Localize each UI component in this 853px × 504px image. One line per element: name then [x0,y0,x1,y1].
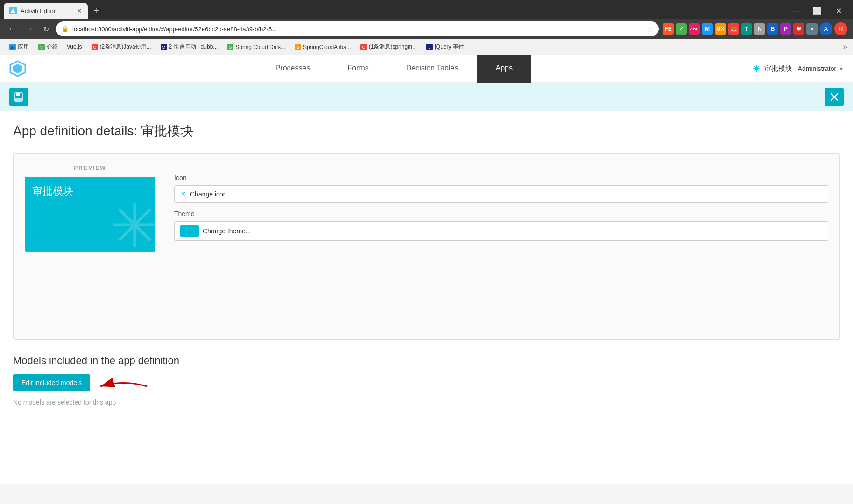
close-button[interactable] [825,88,844,106]
page-title: App definition details: 审批模块 [13,122,840,140]
arrow-annotation [96,377,152,396]
tab-title: Activiti Editor [21,7,73,14]
toolbar [0,83,853,111]
theme-label: Theme [174,210,828,217]
extensions-bar: FE ✓ ABP M OX 🦊 T N B P ❋ » A R [663,22,847,35]
icon-label: Icon [174,174,828,182]
user-avatar2[interactable]: R [834,22,847,35]
bm-alibaba-label: SpringCloudAliba... [303,44,351,50]
bm-jquery[interactable]: J jQuery 事件 [423,42,468,52]
app-logo[interactable] [9,60,26,77]
properties-section: Icon ✳ Change icon... Theme Change theme… [174,165,828,328]
bm-sc-icon: S [227,44,233,50]
new-tab-button[interactable]: + [90,6,103,16]
user-avatar[interactable]: A [819,22,832,35]
bm-java[interactable]: C (2条消息)Java使用... [88,42,155,52]
preview-card-title: 审批模块 [32,184,148,198]
bm-jquery-label: jQuery 事件 [435,43,464,51]
back-button[interactable]: ← [6,22,19,35]
icon-input[interactable]: ✳ Change icon... [174,185,828,203]
bm-spring2-icon: C [360,44,367,50]
icon-input-text: Change icon... [190,190,232,198]
definition-card: PREVIEW 审批模块 ✳ Icon ✳ Change icon... The… [13,153,840,340]
main-content: App definition details: 审批模块 PREVIEW 审批模… [0,111,853,484]
forward-button[interactable]: → [22,22,35,35]
maximize-button[interactable]: ⬜ [806,3,828,19]
icon-input-icon: ✳ [180,189,186,198]
bm-dubbo-icon: M [161,44,167,50]
svg-rect-4 [16,93,20,96]
ext-purple-icon[interactable]: P [780,23,791,35]
bookmark-icon[interactable]: ☆ [647,25,653,34]
theme-input-text: Change theme... [203,227,251,235]
window-close-button[interactable]: ✕ [828,3,849,19]
models-section: Models included in the app definition Ed… [13,355,840,406]
app-navbar: Processes Forms Decision Tables Apps ✳ 审… [0,55,853,83]
reload-button[interactable]: ↻ [39,22,52,35]
url-input[interactable]: 🔒 localhost:8080/activiti-app/editor/#/a… [56,21,659,36]
svg-marker-0 [11,8,15,13]
bookmarks-more-button[interactable]: » [843,42,847,52]
bm-vuejs[interactable]: V 介绍 — Vue.js [35,42,86,52]
preview-card-bg-icon: ✳ [109,196,155,252]
ext-abp-icon[interactable]: ABP [689,23,700,35]
nav-brand: ✳ 审批模块 [753,63,792,74]
page-title-appname: 审批模块 [141,124,193,138]
nav-apps[interactable]: Apps [477,55,531,83]
theme-swatch [180,225,199,237]
bm-dubbo[interactable]: M 2 快速启动 · dubb... [157,42,222,52]
bm-apps-icon: ⊞ [9,44,16,50]
brand-icon: ✳ [753,63,761,74]
bm-sc-label: Spring Cloud Dals... [235,44,285,50]
tab-favicon [9,7,17,14]
preview-section: PREVIEW 审批模块 ✳ [25,165,155,328]
bm-vuejs-icon: V [38,44,45,50]
nav-user-label: Administrator [798,65,836,72]
tab-close-button[interactable]: ✕ [77,7,82,14]
ext-fe-icon[interactable]: FE [663,23,674,35]
user-dropdown-icon: ▼ [839,66,844,71]
ext-check-icon[interactable]: ✓ [676,23,687,35]
bm-alibaba-icon: S [295,44,301,50]
page-title-prefix: App definition details: [13,124,141,138]
nav-processes[interactable]: Processes [257,55,329,83]
app-preview-card: 审批模块 ✳ [25,177,155,252]
address-bar: ← → ↻ 🔒 localhost:8080/activiti-app/edit… [0,19,853,39]
bm-dubbo-label: 2 快速启动 · dubb... [169,43,218,51]
save-button[interactable] [9,88,28,106]
ext-m-icon[interactable]: M [702,23,713,35]
nav-decision-tables[interactable]: Decision Tables [388,55,477,83]
svg-rect-5 [15,98,22,101]
svg-marker-2 [13,64,22,73]
nav-forms[interactable]: Forms [329,55,387,83]
no-models-message: No models are selected for this app [13,399,840,406]
nav-links: Processes Forms Decision Tables Apps [35,55,753,83]
bm-jquery-icon: J [426,44,433,50]
ext-blue2-icon[interactable]: B [767,23,778,35]
ext-red-icon[interactable]: 🦊 [728,23,739,35]
bm-apps-label: 应用 [18,43,29,51]
secure-icon: 🔒 [62,26,69,32]
preview-label: PREVIEW [74,165,106,171]
bm-java-icon: C [92,44,98,50]
bm-spring2[interactable]: C (1条消息)springm... [357,42,421,52]
ext-gray-icon[interactable]: N [754,23,765,35]
ext-ox-icon[interactable]: OX [715,23,726,35]
nav-right: ✳ 审批模块 Administrator ▼ [753,63,844,74]
bm-alibaba[interactable]: S SpringCloudAliba... [291,43,355,51]
ext-teal-icon[interactable]: T [741,23,752,35]
theme-input[interactable]: Change theme... [174,221,828,241]
minimize-button[interactable]: — [785,3,806,19]
ext-dark-icon[interactable]: ❋ [793,23,804,35]
bm-apps[interactable]: ⊞ 应用 [6,42,33,52]
ext-more-icon[interactable]: » [806,23,818,35]
url-text: localhost:8080/activiti-app/editor/#/app… [72,26,641,33]
bookmarks-bar: ⊞ 应用 V 介绍 — Vue.js C (2条消息)Java使用... M 2… [0,39,853,55]
bm-vuejs-label: 介绍 — Vue.js [47,43,82,51]
bm-springcloud[interactable]: S Spring Cloud Dals... [223,43,289,51]
browser-tab[interactable]: Activiti Editor ✕ [4,3,88,19]
models-section-title: Models included in the app definition [13,355,840,367]
bm-spring2-label: (1条消息)springm... [369,43,417,51]
edit-included-models-button[interactable]: Edit included models [13,374,90,391]
nav-user-menu[interactable]: Administrator ▼ [798,65,844,72]
